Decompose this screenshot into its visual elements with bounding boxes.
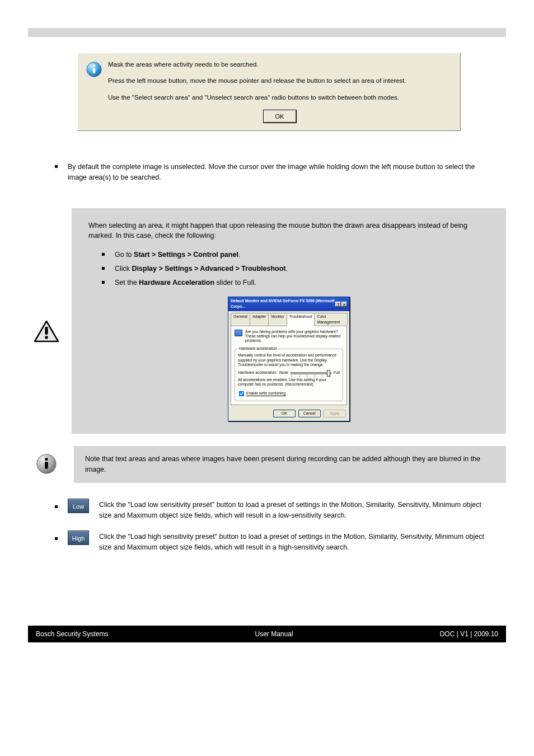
warning-step-3: Set the Hardware Acceleration slider to … <box>102 278 489 288</box>
low-preset-item: Low Click the "Load low sensitivity pres… <box>55 499 506 521</box>
svg-point-5 <box>45 336 48 339</box>
svg-rect-2 <box>93 68 96 73</box>
fieldset-legend: Hardware acceleration <box>238 346 278 351</box>
info-icon <box>28 453 65 476</box>
enable-write-checkbox[interactable] <box>239 391 244 396</box>
info-dialog-line2: Press the left mouse button, move the mo… <box>108 76 451 86</box>
square-bullet-icon <box>102 253 105 256</box>
slider-full-label: Full <box>334 370 340 375</box>
warning-step-1: Go to Start > Settings > Control panel. <box>102 250 489 260</box>
monitor-icon <box>235 330 242 336</box>
warning-step-2: Click Display > Settings > Advanced > Tr… <box>102 264 489 274</box>
svg-rect-4 <box>45 327 48 335</box>
info-dialog-line3: Use the "Select search area" and "Unsele… <box>108 93 451 102</box>
svg-point-1 <box>93 64 95 67</box>
dialog-titlebar: Default Monitor and NVIDIA GeForce FX 52… <box>228 297 349 311</box>
low-preset-text: Click the "Load low sensitivity preset" … <box>99 499 491 521</box>
tab-adapter[interactable]: Adapter <box>250 313 269 326</box>
warning-intro: When selecting an area, it might happen … <box>88 220 489 241</box>
instruction-bullet: By default the complete image is unselec… <box>55 162 506 183</box>
ok-button[interactable]: OK <box>264 110 296 123</box>
tab-monitor[interactable]: Monitor <box>268 313 287 326</box>
low-preset-button[interactable]: Low <box>68 499 89 513</box>
dialog-cancel-button[interactable]: Cancel <box>298 410 321 417</box>
hardware-accel-fieldset: Hardware acceleration Manually control t… <box>235 346 343 401</box>
footer-left: Bosch Security Systems <box>36 630 108 638</box>
info-icon <box>86 61 102 78</box>
high-preset-text: Click the "Load high sensitivity preset"… <box>99 530 491 553</box>
slider-none-label: None <box>279 370 288 375</box>
top-grey-band <box>28 28 506 37</box>
square-bullet-icon <box>55 537 58 540</box>
dialog-tabs: General Adapter Monitor Troubleshoot Col… <box>228 311 349 326</box>
troubleshoot-dialog: Default Monitor and NVIDIA GeForce FX 52… <box>228 297 350 421</box>
tab-panel: Are you having problems with your graphi… <box>231 326 347 405</box>
high-preset-item: High Click the "Load high sensitivity pr… <box>55 530 506 553</box>
info-note: Note that text areas and areas where ima… <box>74 446 506 483</box>
square-bullet-icon <box>55 165 58 168</box>
svg-point-7 <box>45 458 48 461</box>
close-button[interactable]: × <box>341 302 347 307</box>
hw-accel-label: Hardware acceleration: <box>238 370 277 375</box>
warning-panel: When selecting an area, it might happen … <box>72 208 506 434</box>
dialog-title: Default Monitor and NVIDIA GeForce FX 52… <box>231 298 335 309</box>
square-bullet-icon <box>102 281 105 284</box>
instruction-text: By default the complete image is unselec… <box>68 162 488 183</box>
square-bullet-icon <box>102 267 105 270</box>
tab-troubleshoot[interactable]: Troubleshoot <box>287 313 315 326</box>
footer-bar: Bosch Security Systems User Manual DOC |… <box>28 626 506 642</box>
square-bullet-icon <box>55 505 58 508</box>
footer-center: User Manual <box>255 630 293 638</box>
tab-general[interactable]: General <box>231 313 250 326</box>
info-dialog: Mask the areas where activity needs to b… <box>77 53 461 131</box>
svg-rect-8 <box>45 462 48 469</box>
footer-right: DOC | V1 | 2009.10 <box>440 630 498 638</box>
all-accel-text: All accelerations are enabled. Use this … <box>238 378 340 387</box>
tab-color-management[interactable]: Color Management <box>314 313 348 326</box>
high-preset-button[interactable]: High <box>68 530 89 545</box>
hw-accel-slider[interactable] <box>291 370 331 375</box>
info-dialog-line1: Mask the areas where activity needs to b… <box>108 60 451 69</box>
warning-icon <box>28 208 65 344</box>
enable-write-label: Enable write combining <box>246 392 285 396</box>
fieldset-text: Manually control the level of accelerati… <box>238 353 340 367</box>
help-button[interactable]: ? <box>335 302 341 307</box>
dialog-ok-button[interactable]: OK <box>273 410 296 417</box>
dialog-apply-button[interactable]: Apply <box>324 410 346 417</box>
slider-thumb[interactable] <box>327 370 330 377</box>
tab-intro-text: Are you having problems with your graphi… <box>245 330 343 343</box>
